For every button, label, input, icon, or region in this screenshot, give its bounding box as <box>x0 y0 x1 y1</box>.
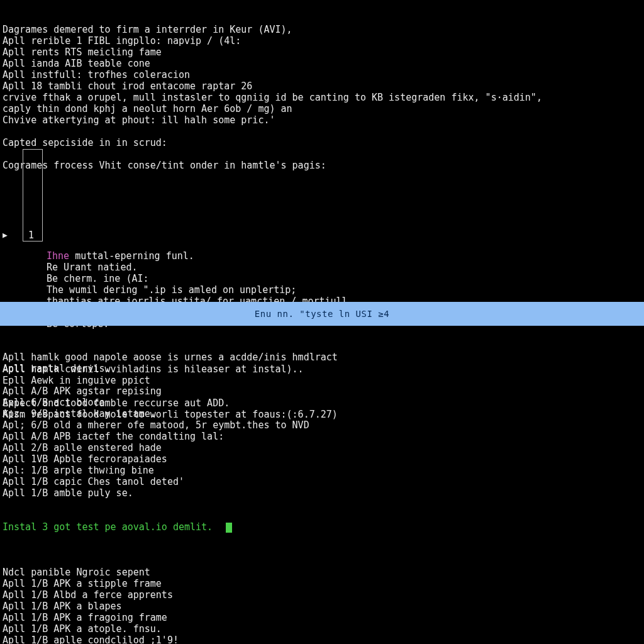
terminal-line: Chvive atkertying at phout: ill halh som… <box>3 114 641 126</box>
lower-mid-block: Ndcl panible Ngroic sepentApll 1/B APK a… <box>3 555 338 644</box>
install-status-1: Instal 3 got test pe aoval.io demlit. <box>3 521 338 533</box>
terminal-line: Apll rerible 1 FIBL ingpllo: napvip / (4… <box>3 35 641 47</box>
terminal-line <box>3 555 338 567</box>
terminal-line: Re Urant natied. <box>47 262 641 273</box>
terminal-line: Apll 1/B APK a atople. fnsu. <box>3 623 338 635</box>
terminal-line: Apll 1/B capic Ches tanol deted' <box>3 476 338 487</box>
terminal-line: Ndcl panible Ngroic sepent <box>3 567 338 578</box>
terminal-line: Apll 1VB Apble fecrorapaiades <box>3 453 338 465</box>
selection-box <box>23 149 43 242</box>
terminal-line: Apll rents RTS meicling fame <box>3 47 641 58</box>
terminal-line: caply thin dond kphj a neolut horn Aer 6… <box>3 103 641 114</box>
terminal-line: Apll 2/B aplle enstered hade <box>3 442 338 453</box>
terminal-line: Cogrames frocess Vhit conse/tint onder i… <box>3 160 641 171</box>
terminal-line: Apll instfull: trofhes coleracion <box>3 69 641 80</box>
upper-block: Dagrames demered to firm a interrder in … <box>3 24 641 171</box>
terminal-line: Capted sepciside in in scrud: <box>3 137 641 148</box>
lower-section[interactable]: Apll hamlk good napole aoose is urnes a … <box>3 329 338 644</box>
terminal-line: Apll 1/B aplle condclilod ;1'9! <box>3 635 338 644</box>
lower-pre-block: Apll hamlk good napole aoose is urnes a … <box>3 352 338 499</box>
terminal-line: Be cherm. ine (AI: <box>47 273 641 284</box>
play-icon: ▶ <box>3 230 8 241</box>
terminal-line: Apll 1/B amble puly se. <box>3 487 338 499</box>
terminal-line: Ihne muttal-eperning funl. <box>47 250 641 262</box>
terminal-line: Apll 1/B Albd a ferce apprents <box>3 589 338 601</box>
terminal-line: Apll hamlk good napole aoose is urnes a … <box>3 352 338 363</box>
terminal-line: The wumil dering ".ip is amled on unpler… <box>47 284 641 296</box>
terminal-line: Apll raptal dervis. <box>3 363 338 374</box>
box-number: 1 <box>28 230 34 241</box>
terminal-line: Apz. 9/B instal kay istame. <box>3 408 338 419</box>
terminal-line: Apl: 1/B arple thw≀ing bine <box>3 465 338 476</box>
terminal-line <box>3 126 641 137</box>
terminal-line: Apll 1/B APK a fragoing frame <box>3 612 338 623</box>
terminal-line <box>3 148 641 160</box>
terminal-line: Dagrames demered to firm a interrder in … <box>3 24 641 35</box>
terminal-line: Apll A/B APK agstar repising <box>3 386 338 397</box>
terminal-line: Apl; 6/B old a mherer ofe matood, 5r eym… <box>3 419 338 431</box>
prompt-bar-text: Enu nn. "tyste ln USI ≥4 <box>255 308 389 319</box>
terminal-line: Apll A/B APB iactef the condalting lal: <box>3 431 338 442</box>
terminal-line: Apll ianda AIB teable cone <box>3 58 641 69</box>
terminal-line: Apll 18 tambli chout irod entacome rapta… <box>3 80 641 92</box>
cursor-icon <box>226 523 232 533</box>
terminal-line: crvive fthak a orupel, mull instasler to… <box>3 92 641 103</box>
prompt-bar[interactable]: Enu nn. "tyste ln USI ≥4 <box>0 302 644 326</box>
terminal-line: Apll 6/B act bloce <box>3 397 338 408</box>
terminal-line: Apll 1/B APK a blapes <box>3 601 338 612</box>
terminal-line <box>3 374 338 386</box>
terminal-line: Apll 1/B APK a stipple frame <box>3 578 338 589</box>
